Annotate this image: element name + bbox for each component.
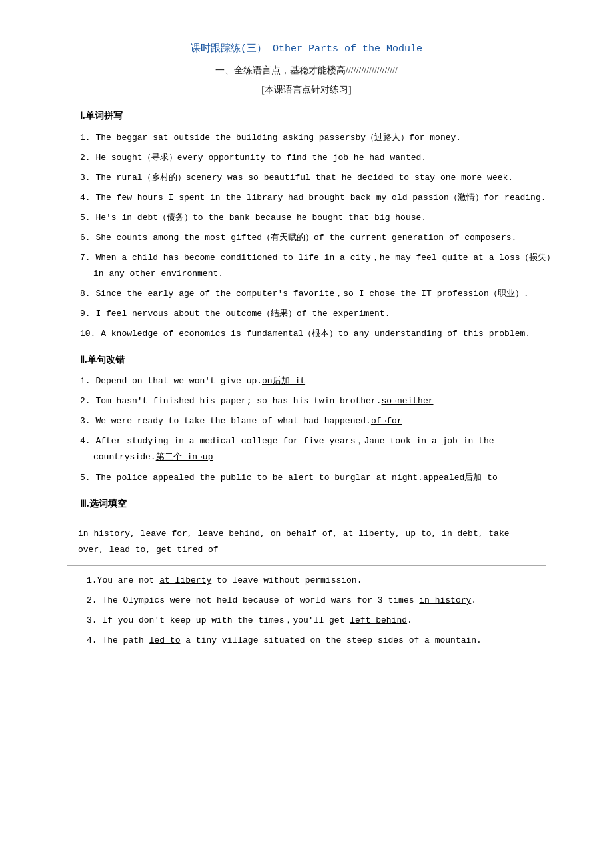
- page-title: 课时跟踪练(三） Other Parts of the Module: [53, 40, 560, 58]
- part2-heading: Ⅱ.单句改错: [80, 351, 560, 368]
- part1-item: 8. Since the early age of the computer's…: [53, 286, 560, 302]
- part3-heading: Ⅲ.选词填空: [80, 495, 560, 512]
- part1-item: 1. The beggar sat outside the building a…: [53, 130, 560, 146]
- subtitle: 一、全练语言点，基稳才能楼高////////////////////: [53, 62, 560, 79]
- part2-item: 1. Depend on that we won't give up.on后加 …: [53, 373, 560, 389]
- part3-item: 1.You are not at liberty to leave withou…: [53, 573, 560, 589]
- part1-heading: Ⅰ.单词拼写: [80, 107, 560, 124]
- part3-item: 2. The Olympics were not held because of…: [53, 593, 560, 609]
- part1-item: 2. He sought（寻求）every opportunity to fin…: [53, 150, 560, 166]
- part3-item: 3. If you don't keep up with the times，y…: [53, 613, 560, 629]
- part1-item: 4. The few hours I spent in the library …: [53, 190, 560, 206]
- part2-item: 5. The police appealed the public to be …: [53, 470, 560, 486]
- part1-item: 5. He's in debt（债务）to the bank because h…: [53, 210, 560, 226]
- part1-item: 9. I feel nervous about the outcome（结果）o…: [53, 306, 560, 322]
- vocab-box: in history, leave for, leave behind, on …: [67, 519, 546, 566]
- part1-item: 10. A knowledge of economics is fundamen…: [53, 326, 560, 342]
- part3-item: 4. The path led to a tiny village situat…: [53, 633, 560, 649]
- part1-item: 7. When a child has become conditioned t…: [53, 250, 560, 282]
- part2-item: 4. After studying in a medical college f…: [53, 433, 560, 465]
- part1-item: 6. She counts among the most gifted（有天赋的…: [53, 230, 560, 246]
- part2-item: 2. Tom hasn't finished his paper; so has…: [53, 393, 560, 409]
- part2-item: 3. We were ready to take the blame of wh…: [53, 413, 560, 429]
- part1-item: 3. The rural（乡村的）scenery was so beautifu…: [53, 170, 560, 186]
- section-bracket: [本课语言点针对练习]: [53, 81, 560, 98]
